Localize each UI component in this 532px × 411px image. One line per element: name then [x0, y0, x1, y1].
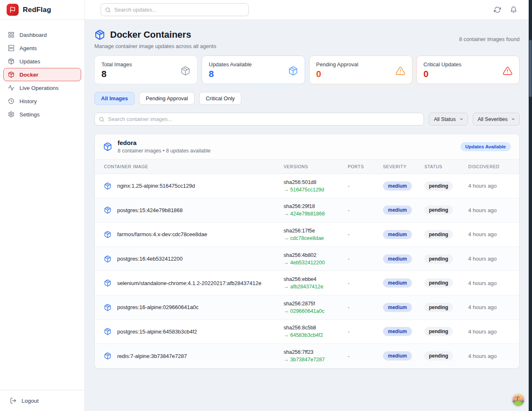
container-package-icon [104, 279, 111, 287]
redflag-logo [7, 4, 19, 16]
table-row[interactable]: redis:7-alpine:3b73847e7287 sha256:7ff23… [95, 344, 519, 368]
container-package-icon [104, 206, 111, 214]
ports-value: - [348, 231, 383, 237]
table-row[interactable]: nginx:1.25-alpine:516475cc129d sha256:50… [95, 174, 519, 198]
settings-icon [8, 111, 14, 118]
alert-triangle-icon [395, 66, 405, 76]
container-package-icon [104, 255, 111, 263]
refresh-icon[interactable] [494, 6, 501, 13]
col-versions: VERSIONS [284, 164, 348, 169]
fedora-group-card: fedora 8 container images • 8 updates av… [94, 134, 520, 369]
table-row[interactable]: postgres:16-alpine:029660641a0c sha256:2… [95, 295, 519, 320]
logout-icon [10, 397, 17, 404]
col-container-image: CONTAINER IMAGE [95, 164, 284, 169]
package-icon [181, 66, 190, 76]
sidebar-item-updates[interactable]: Updates [3, 55, 81, 68]
status-filter-value: All Status [434, 116, 456, 122]
severity-badge: medium [383, 254, 412, 264]
sidebar-item-docker[interactable]: Docker [3, 68, 81, 81]
discovered-value: 4 hours ago [468, 280, 519, 286]
status-badge: pending [424, 351, 453, 360]
stat-card-pending-approval: Pending Approval 0 [309, 56, 412, 84]
dashboard-icon [8, 31, 14, 38]
stat-label: Updates Available [209, 61, 252, 68]
sidebar-item-label: Live Operations [19, 85, 59, 91]
status-badge: pending [424, 181, 453, 191]
brand-name: RedFlag [23, 6, 51, 14]
notifications-bell-icon[interactable] [510, 6, 517, 13]
filter-row: All Status All Severities [94, 113, 520, 126]
status-badge: pending [424, 254, 453, 264]
container-package-icon [104, 231, 111, 238]
sidebar-footer: Logout [0, 390, 84, 411]
agents-icon [8, 45, 14, 51]
table-row[interactable]: postgres:15:424e79b81868 sha256:29f18→ 4… [95, 198, 519, 223]
search-icon [105, 7, 111, 13]
status-badge: pending [424, 230, 453, 239]
scrollbar-thumb[interactable] [529, 40, 532, 97]
version-new: → 64583b3cb4f2 [284, 332, 348, 338]
ports-value: - [348, 183, 383, 189]
container-image-name: postgres:16-alpine:029660641a0c [117, 304, 199, 310]
sidebar-item-dashboard[interactable]: Dashboard [3, 28, 81, 41]
stat-card-critical-updates: Critical Updates 0 [416, 56, 520, 84]
group-meta: 8 container images • 8 updates available [118, 148, 211, 154]
version-current: sha256:17f5e [284, 228, 348, 234]
container-image-name: farmos/farmos:4.x-dev:cdc78cee8dae [117, 231, 207, 237]
table-row[interactable]: postgres:16:4eb532412200 sha256:4b802→ 4… [95, 247, 519, 271]
island-widget-icon[interactable] [513, 394, 524, 406]
discovered-value: 4 hours ago [468, 353, 519, 359]
stat-value: 0 [316, 69, 359, 80]
sidebar-item-settings[interactable]: Settings [3, 108, 81, 121]
table-row[interactable]: postgres:15-alpine:64583b3cb4f2 sha256:8… [95, 320, 519, 344]
stat-label: Total Images [101, 61, 132, 68]
sidebar-item-agents[interactable]: Agents [3, 41, 81, 55]
chevron-down-icon [459, 117, 464, 121]
discovered-value: 4 hours ago [468, 256, 519, 262]
version-current: sha256:7ff23 [284, 349, 348, 355]
version-current: sha256:501d8 [284, 179, 348, 185]
flag-icon [10, 7, 16, 13]
docker-containers-icon [94, 29, 105, 40]
sidebar-item-label: Dashboard [19, 32, 47, 38]
brand: RedFlag [0, 0, 84, 20]
global-search-input[interactable] [101, 3, 249, 16]
status-badge: pending [424, 278, 453, 288]
table-row[interactable]: farmos/farmos:4.x-dev:cdc78cee8dae sha25… [95, 222, 519, 247]
status-filter-select[interactable]: All Status [429, 113, 468, 126]
version-new: → 029660641a0c [284, 308, 348, 314]
activity-icon [8, 85, 14, 91]
chevron-down-icon [511, 117, 515, 121]
version-new: → cdc78cee8dae [284, 235, 348, 241]
tab-pending-approval[interactable]: Pending Approval [139, 92, 195, 105]
group-name: fedora [118, 139, 211, 146]
history-icon [8, 98, 14, 104]
stat-label: Pending Approval [316, 61, 359, 68]
logout-label: Logout [22, 398, 39, 404]
tab-critical-only[interactable]: Critical Only [199, 92, 241, 105]
tab-all-images[interactable]: All Images [94, 92, 135, 105]
stat-value: 8 [101, 69, 132, 80]
discovered-value: 4 hours ago [468, 207, 519, 213]
container-image-name: postgres:15:424e79b81868 [117, 207, 183, 213]
status-badge: pending [424, 327, 453, 336]
table-row[interactable]: selenium/standalone-chrome:4.1.2-2022021… [95, 271, 519, 295]
sidebar-item-history[interactable]: History [3, 94, 81, 108]
logout-button[interactable]: Logout [0, 397, 48, 404]
container-image-name: selenium/standalone-chrome:4.1.2-2022021… [117, 280, 261, 286]
container-package-icon [104, 352, 111, 360]
version-current: sha256:4b802 [284, 252, 348, 258]
version-current: sha256:2875f [284, 301, 348, 307]
ports-value: - [348, 207, 383, 213]
col-ports: PORTS [348, 164, 383, 169]
sidebar-item-live-operations[interactable]: Live Operations [3, 81, 81, 94]
image-search-input[interactable] [94, 113, 424, 126]
package-icon [288, 66, 298, 76]
severity-filter-select[interactable]: All Severities [473, 113, 520, 126]
version-new: → 424e79b81868 [284, 211, 348, 217]
severity-badge: medium [383, 206, 412, 215]
page-header: Docker Containers Manage container image… [94, 29, 520, 49]
group-updates-badge: Updates Available [460, 142, 511, 151]
container-package-icon [104, 304, 111, 311]
scrollbar-track[interactable] [529, 0, 532, 411]
